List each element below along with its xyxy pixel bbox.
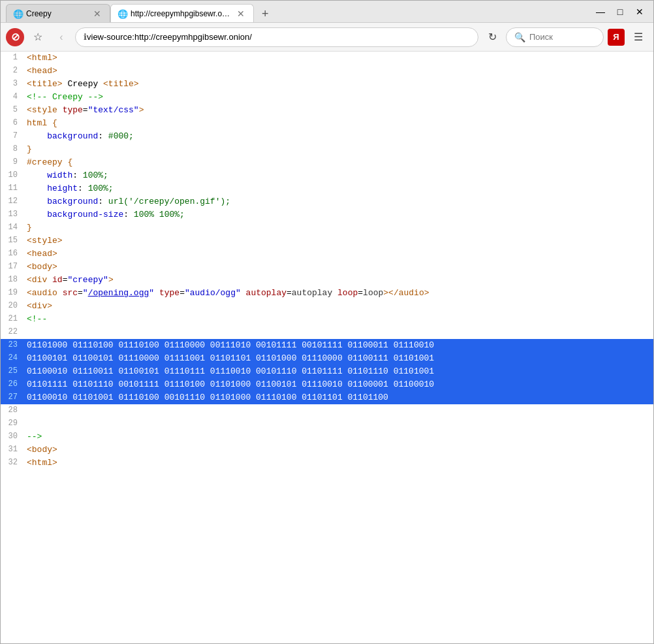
source-line-5: 5<style type="text/css">: [1, 104, 653, 117]
line-content-17: <body>: [24, 261, 653, 274]
source-line-32: 32<html>: [1, 457, 653, 470]
stop-icon[interactable]: ⊘: [6, 28, 24, 46]
line-content-19: <audio src="/opening.ogg" type="audio/og…: [24, 287, 653, 300]
source-line-7: 7 background: #000;: [1, 130, 653, 143]
line-number-6: 6: [1, 117, 24, 130]
source-line-3: 3<title> Creepy <title>: [1, 78, 653, 91]
line-number-2: 2: [1, 65, 24, 78]
yandex-icon[interactable]: Я: [608, 29, 625, 46]
tab-creepy[interactable]: 🌐 Creepy ✕: [6, 4, 110, 22]
line-content-6: html {: [24, 117, 653, 130]
line-content-23: 01101000 01110100 01110100 01110000 0011…: [24, 339, 653, 352]
refresh-button[interactable]: ↻: [482, 27, 502, 47]
source-line-21: 21<!--: [1, 313, 653, 326]
back-button[interactable]: ‹: [52, 27, 71, 47]
line-number-17: 17: [1, 261, 24, 274]
source-line-6: 6html {: [1, 117, 653, 130]
line-number-21: 21: [1, 313, 24, 326]
minimize-button[interactable]: —: [592, 3, 609, 20]
toolbar: ⊘ ☆ ‹ ℹ view-source:http://creepymhpgibs…: [1, 23, 653, 52]
line-content-12: background: url('/creepy/open.gif');: [24, 195, 653, 208]
new-tab-button[interactable]: +: [258, 6, 273, 22]
line-number-30: 30: [1, 430, 24, 443]
line-content-3: <title> Creepy <title>: [24, 78, 653, 91]
line-number-28: 28: [1, 404, 24, 417]
line-content-31: <body>: [24, 443, 653, 457]
line-number-22: 22: [1, 326, 24, 339]
line-content-32: <html>: [24, 457, 653, 470]
source-line-28: 28: [1, 404, 653, 417]
line-content-10: width: 100%;: [24, 169, 653, 182]
line-number-31: 31: [1, 443, 24, 457]
tab-favicon-creepy: 🌐: [13, 9, 22, 18]
line-number-4: 4: [1, 91, 24, 104]
line-number-23: 23: [1, 339, 24, 352]
menu-button[interactable]: ☰: [629, 27, 648, 47]
line-number-32: 32: [1, 457, 24, 470]
line-content-4: <!-- Creepy -->: [24, 91, 653, 104]
line-content-13: background-size: 100% 100%;: [24, 208, 653, 221]
search-icon: 🔍: [514, 32, 525, 42]
browser-window: 🌐 Creepy ✕ 🌐 http://creepymhpgibsewr.oni…: [0, 0, 654, 644]
line-content-18: <div id="creepy">: [24, 274, 653, 287]
source-line-1: 1<html>: [1, 52, 653, 65]
source-line-24: 2401100101 01100101 01110000 01111001 01…: [1, 352, 653, 365]
source-line-11: 11 height: 100%;: [1, 182, 653, 195]
source-line-22: 22: [1, 326, 653, 339]
source-line-23: 2301101000 01110100 01110100 01110000 00…: [1, 339, 653, 352]
line-content-21: <!--: [24, 313, 653, 326]
line-number-10: 10: [1, 169, 24, 182]
line-content-11: height: 100%;: [24, 182, 653, 195]
tab-close-creepy[interactable]: ✕: [91, 8, 103, 20]
source-line-12: 12 background: url('/creepy/open.gif');: [1, 195, 653, 208]
line-content-25: 01100010 01110011 01100101 01110111 0111…: [24, 365, 653, 378]
yandex-label: Я: [613, 32, 619, 42]
source-line-14: 14}: [1, 221, 653, 234]
tab-title-creepy: Creepy: [26, 9, 87, 18]
line-content-9: #creepy {: [24, 156, 653, 169]
line-content-22: [24, 326, 653, 339]
source-line-8: 8}: [1, 143, 653, 156]
tabs-area: 🌐 Creepy ✕ 🌐 http://creepymhpgibsewr.oni…: [6, 1, 587, 22]
source-line-13: 13 background-size: 100% 100%;: [1, 208, 653, 221]
address-bar[interactable]: ℹ view-source:http://creepymhpgibsewr.on…: [75, 27, 478, 47]
tab-favicon-source: 🌐: [117, 9, 127, 18]
line-number-26: 26: [1, 378, 24, 391]
line-number-16: 16: [1, 248, 24, 261]
source-line-9: 9#creepy {: [1, 156, 653, 169]
source-line-4: 4<!-- Creepy -->: [1, 91, 653, 104]
line-number-11: 11: [1, 182, 24, 195]
line-number-13: 13: [1, 208, 24, 221]
source-line-16: 16<head>: [1, 248, 653, 261]
line-content-28: [24, 404, 653, 417]
search-input[interactable]: [529, 32, 595, 42]
line-content-30: -->: [24, 430, 653, 443]
line-content-16: <head>: [24, 248, 653, 261]
line-number-27: 27: [1, 391, 24, 404]
source-line-25: 2501100010 01110011 01100101 01110111 01…: [1, 365, 653, 378]
source-line-15: 15<style>: [1, 234, 653, 248]
line-content-5: <style type="text/css">: [24, 104, 653, 117]
close-button[interactable]: ✕: [631, 3, 648, 20]
line-content-29: [24, 417, 653, 430]
line-number-12: 12: [1, 195, 24, 208]
line-content-26: 01101111 01101110 00101111 01110100 0110…: [24, 378, 653, 391]
line-number-3: 3: [1, 78, 24, 91]
maximize-button[interactable]: □: [612, 3, 629, 20]
tab-source[interactable]: 🌐 http://creepymhpgibsewr.oni... ✕: [110, 4, 254, 22]
star-icon: ☆: [33, 31, 42, 43]
line-number-18: 18: [1, 274, 24, 287]
source-line-27: 2701100010 01101001 01110100 00101110 01…: [1, 391, 653, 404]
tab-close-source[interactable]: ✕: [235, 8, 247, 20]
line-content-24: 01100101 01100101 01110000 01111001 0110…: [24, 352, 653, 365]
line-content-2: <head>: [24, 65, 653, 78]
tab-title-source: http://creepymhpgibsewr.oni...: [131, 9, 231, 18]
line-number-5: 5: [1, 104, 24, 117]
line-content-8: }: [24, 143, 653, 156]
line-content-14: }: [24, 221, 653, 234]
search-box[interactable]: 🔍: [506, 27, 604, 47]
source-lines: 1<html>2<head>3<title> Creepy <title>4<!…: [1, 52, 653, 470]
source-line-2: 2<head>: [1, 65, 653, 78]
line-content-20: <div>: [24, 300, 653, 313]
bookmark-button[interactable]: ☆: [28, 27, 48, 47]
